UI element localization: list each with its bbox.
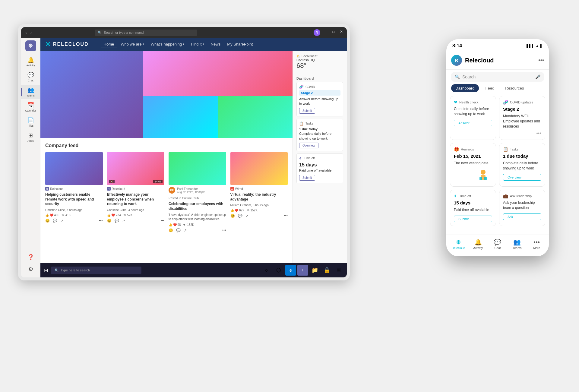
rewards-svg [474, 168, 492, 183]
comment-action-4[interactable]: 💬 [238, 214, 242, 218]
taskbar-store[interactable]: 🔒 [321, 265, 332, 276]
sidebar-label-files: Files [28, 124, 33, 127]
covid-card-label: COVID [305, 85, 315, 89]
nav-news[interactable]: News [208, 41, 224, 48]
start-button[interactable]: ⊞ [43, 266, 49, 274]
user-avatar[interactable]: R [314, 29, 320, 36]
like-action-1[interactable]: 😊 [45, 219, 50, 223]
taskbar-task-view[interactable]: ⬡ [273, 265, 284, 276]
ask-leadership-title: Ask your leadership team a question [503, 200, 541, 210]
browser-nav[interactable]: ‹ › [24, 30, 33, 36]
hero-main-item[interactable]: Launching new product innovation, develo… [40, 51, 143, 138]
maximize-button[interactable]: □ [331, 29, 336, 34]
hero-bottom-right-item[interactable]: Update to Washington Drone Laws [218, 96, 293, 138]
browser-search-bar[interactable]: 🔍 Search or type a command [95, 30, 197, 36]
phone-nav-relecloud[interactable]: ❋ Relecloud [451, 239, 466, 250]
taskbar-search[interactable]: 🔍 Type here to search [51, 267, 141, 274]
comment-action-2[interactable]: 💬 [115, 219, 119, 223]
taskbar-folder[interactable]: 📁 [309, 265, 320, 276]
like-action-4[interactable]: 😊 [230, 214, 235, 218]
tab-dashboard[interactable]: Dashboard [451, 84, 479, 92]
source-icon-2: R [107, 187, 111, 191]
comment-action-1[interactable]: 💬 [53, 219, 57, 223]
sidebar-item-help[interactable]: ❓ [27, 252, 34, 263]
phone-search-bar[interactable]: 🔍 Search 🎤 [451, 72, 544, 82]
timeoff-card-icon: ✈ [299, 156, 302, 160]
health-check-card: ❤ Health check Complete daily before sho… [450, 96, 496, 140]
rewards-icon: 🎁 [454, 147, 459, 152]
sidebar-item-activity[interactable]: 🔔 Activity [21, 55, 40, 69]
teams-logo[interactable]: ❋ [25, 40, 36, 51]
ask-leadership-ask-button[interactable]: Ask [503, 213, 541, 220]
weather-location: ⛅ Local weat... [296, 54, 343, 58]
tasks-overview-button[interactable]: Overview [299, 143, 318, 148]
hero-bottom-left-item[interactable]: Relecloud Mark 8: See the world through … [143, 96, 218, 138]
posted-in: Posted in Culture Club [169, 197, 226, 200]
like-action-3[interactable]: 😊 [169, 228, 173, 232]
back-button[interactable]: ‹ [24, 30, 28, 36]
nav-who-we-are[interactable]: Who we are ▾ [118, 41, 147, 48]
forward-button[interactable]: › [29, 30, 33, 36]
nav-home[interactable]: Home [101, 41, 117, 48]
close-button[interactable]: ✕ [339, 29, 344, 34]
feed-card-1-source: R Relecloud [45, 187, 103, 191]
sidebar-item-files[interactable]: 📄 Files [21, 115, 40, 129]
panel-timeoff-card: ✈ Time off 15 days Paid time off availab… [296, 153, 343, 183]
feed-card-4-actions: 😊 💬 ↗ ••• [230, 214, 288, 218]
minimize-button[interactable]: — [323, 29, 328, 34]
covid-submit-button[interactable]: Submit [299, 108, 315, 114]
phone-mic-icon[interactable]: 🎤 [535, 74, 540, 79]
phone-nav-teams[interactable]: 👥 Teams [510, 239, 525, 250]
signal-icon: ▌▌▌ [527, 44, 534, 48]
covid-updates-header: 🧬 COVID updates [503, 100, 541, 105]
nav-find-it[interactable]: Find it ▾ [188, 41, 207, 48]
sidebar-item-settings[interactable]: ⚙ [27, 264, 34, 275]
svg-rect-3 [484, 177, 487, 180]
timeoff-submit-button[interactable]: Submit [299, 175, 315, 181]
phone-nav-chat[interactable]: 💬 Chat [490, 239, 505, 250]
like-action-2[interactable]: 😊 [107, 219, 112, 223]
more-action-3[interactable]: ••• [222, 228, 226, 232]
hero-top-right-item[interactable]: Giving back: it feels good to do good [143, 51, 293, 96]
tab-feed[interactable]: Feed [481, 84, 499, 92]
more-action-2[interactable]: ••• [160, 219, 164, 223]
window-controls: R — □ ✕ [314, 29, 344, 36]
nav-my-sharepoint[interactable]: My SharePoint [224, 41, 256, 48]
share-action-2[interactable]: ↗ [122, 219, 125, 223]
tab-resources[interactable]: Resources [501, 84, 528, 92]
nav-whats-happening[interactable]: What's happening ▾ [148, 41, 188, 48]
phone-nav-more[interactable]: ••• More [529, 239, 544, 250]
covid-updates-card: 🧬 COVID updates Stage 2 Mandatory WFH. E… [499, 96, 545, 140]
hero-bottom-items: Relecloud Mark 8: See the world through … [143, 96, 293, 138]
phone-indicators: ▌▌▌ ▲ ▌ [527, 44, 543, 48]
sidebar-item-chat[interactable]: 💬 Chat [21, 70, 40, 84]
sidebar-item-calendar[interactable]: 📅 Calendar [21, 100, 40, 114]
feed-card-3[interactable]: PF Patti Fernandez Aug 27, 2020, 12:30pm… [169, 152, 226, 232]
phone-app-more-button[interactable]: ••• [538, 57, 544, 64]
sharepoint-nav: Home Who we are ▾ What's happening ▾ Fin… [101, 41, 256, 48]
taskbar-mail[interactable]: ✉ [334, 265, 344, 276]
feed-card-2[interactable]: 14:06 🔇 R Relecloud Effectively manage y… [107, 152, 165, 232]
taskbar-teams[interactable]: T [297, 265, 308, 276]
taskbar-edge[interactable]: e [285, 265, 296, 276]
sharepoint-logo: ❋ RELECLOUD [45, 40, 89, 48]
time-off-card: ✈ Time off 15 days Paid time off availab… [450, 190, 496, 226]
phone-nav-activity[interactable]: 🔔 Activity [470, 239, 486, 250]
feed-card-1[interactable]: R Relecloud Helping customers enable rem… [45, 152, 103, 232]
share-action-3[interactable]: ↗ [184, 228, 187, 232]
more-action-4[interactable]: ••• [284, 214, 288, 218]
comment-action-3[interactable]: 💬 [176, 228, 181, 232]
tasks-mobile-label: Tasks [510, 147, 518, 151]
share-action-4[interactable]: ↗ [245, 214, 248, 218]
more-action-1[interactable]: ••• [99, 219, 103, 223]
feed-card-1-image [45, 152, 103, 185]
taskbar-cortana[interactable]: ○ [261, 265, 272, 276]
share-action-1[interactable]: ↗ [60, 219, 63, 223]
tasks-overview-btn-mobile[interactable]: Overview [503, 174, 541, 181]
time-off-submit-button[interactable]: Submit [454, 216, 492, 222]
feed-card-4[interactable]: W Wired Virtual reality: the industry ad… [230, 152, 288, 232]
health-check-answer-button[interactable]: Answer [454, 120, 492, 126]
covid-card-more[interactable]: ••• [536, 131, 541, 136]
sidebar-item-teams[interactable]: 👥 Teams [21, 85, 40, 99]
sidebar-item-apps[interactable]: ⊞ Apps [21, 130, 40, 144]
